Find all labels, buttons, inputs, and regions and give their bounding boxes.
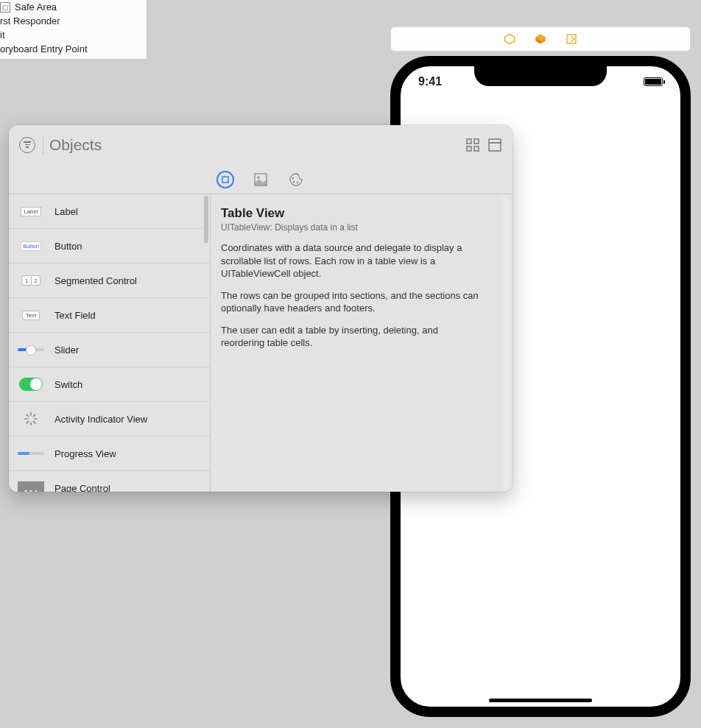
outline-item-label: it <box>0 29 5 40</box>
list-view-icon[interactable] <box>487 138 502 152</box>
svg-point-14 <box>292 177 294 178</box>
svg-marker-0 <box>504 34 514 43</box>
scene-cube-icon[interactable] <box>535 33 546 45</box>
svg-line-23 <box>27 421 29 423</box>
progress-thumb-icon <box>18 444 44 463</box>
list-item-label: Progress View <box>54 448 116 459</box>
list-item[interactable]: Button Button <box>9 229 210 264</box>
svg-rect-11 <box>222 177 228 183</box>
library-search-input[interactable] <box>43 136 458 154</box>
status-time: 9:41 <box>418 75 442 88</box>
textfield-thumb-icon: Text <box>18 305 44 325</box>
outline-item-first-responder[interactable]: rst Responder <box>0 14 147 28</box>
list-item-label: Switch <box>54 379 82 390</box>
list-item-label: Activity Indicator View <box>54 414 147 425</box>
outline-item-entry-point[interactable]: oryboard Entry Point <box>0 42 147 56</box>
battery-icon <box>644 77 663 86</box>
svg-rect-5 <box>467 139 471 144</box>
list-item-label: Slider <box>54 344 79 356</box>
scene-exit-icon[interactable] <box>566 33 577 45</box>
scene-toolbar <box>390 26 691 52</box>
segmented-thumb-icon: 12 <box>18 271 44 290</box>
library-popover: Label Label Button Button 12 Segmented C… <box>9 125 512 492</box>
list-item[interactable]: Slider <box>9 333 210 367</box>
safe-area-icon: ▢ <box>0 2 10 13</box>
library-tabs <box>9 165 512 194</box>
list-item-label: Page Control <box>54 483 110 492</box>
svg-point-16 <box>297 181 298 183</box>
slider-thumb-icon <box>18 340 44 359</box>
pagecontrol-thumb-icon <box>18 478 44 492</box>
activity-thumb-icon <box>18 409 44 428</box>
outline-item-exit[interactable]: it <box>0 28 147 42</box>
list-item[interactable]: Switch <box>9 367 210 402</box>
list-item-label: Label <box>54 206 78 217</box>
list-item[interactable]: Activity Indicator View <box>9 402 210 437</box>
detail-title: Table View <box>221 206 498 221</box>
object-detail: Table View UITableView: Displays data in… <box>211 194 512 492</box>
list-item[interactable]: Text Text Field <box>9 298 210 333</box>
status-bar: 9:41 <box>401 75 680 88</box>
list-item[interactable]: 12 Segmented Control <box>9 264 210 298</box>
detail-subtitle: UITableView: Displays data in a list <box>221 222 498 233</box>
detail-paragraph: The rows can be grouped into sections, a… <box>221 289 479 315</box>
tab-media[interactable] <box>253 172 268 187</box>
document-outline: ▢ Safe Area rst Responder it oryboard En… <box>0 0 147 60</box>
svg-rect-7 <box>467 146 471 151</box>
detail-paragraph: The user can edit a table by inserting, … <box>221 324 479 350</box>
button-thumb-icon: Button <box>18 236 44 255</box>
scrollbar[interactable] <box>204 196 208 243</box>
svg-line-24 <box>33 414 35 417</box>
tab-objects[interactable] <box>218 172 233 187</box>
detail-paragraph: Coordinates with a data source and deleg… <box>221 241 479 280</box>
list-item-label: Segmented Control <box>54 275 137 286</box>
filter-icon[interactable] <box>19 137 35 153</box>
list-item[interactable]: Label Label <box>9 194 210 229</box>
svg-rect-8 <box>474 146 479 151</box>
scene-hex-icon[interactable] <box>504 33 515 45</box>
svg-rect-6 <box>474 139 479 144</box>
objects-list[interactable]: Label Label Button Button 12 Segmented C… <box>9 194 211 492</box>
outline-item-safe-area[interactable]: ▢ Safe Area <box>0 0 147 14</box>
home-indicator <box>489 699 592 702</box>
svg-point-15 <box>293 180 295 182</box>
label-thumb-icon: Label <box>18 202 44 221</box>
detail-scrollbar-track <box>502 196 510 490</box>
outline-item-label: Safe Area <box>15 1 57 13</box>
library-header <box>9 125 512 165</box>
svg-point-13 <box>258 176 260 178</box>
switch-thumb-icon <box>18 375 44 394</box>
tab-color[interactable] <box>289 172 303 187</box>
svg-line-22 <box>33 421 35 423</box>
outline-item-label: oryboard Entry Point <box>0 43 88 54</box>
list-item[interactable]: Page Control <box>9 471 210 492</box>
list-item-label: Button <box>54 241 82 252</box>
svg-rect-9 <box>489 139 501 151</box>
list-item[interactable]: Progress View <box>9 437 210 471</box>
grid-view-icon[interactable] <box>465 138 480 152</box>
list-item-label: Text Field <box>54 310 96 321</box>
outline-item-label: rst Responder <box>0 15 60 26</box>
svg-line-21 <box>27 414 29 417</box>
